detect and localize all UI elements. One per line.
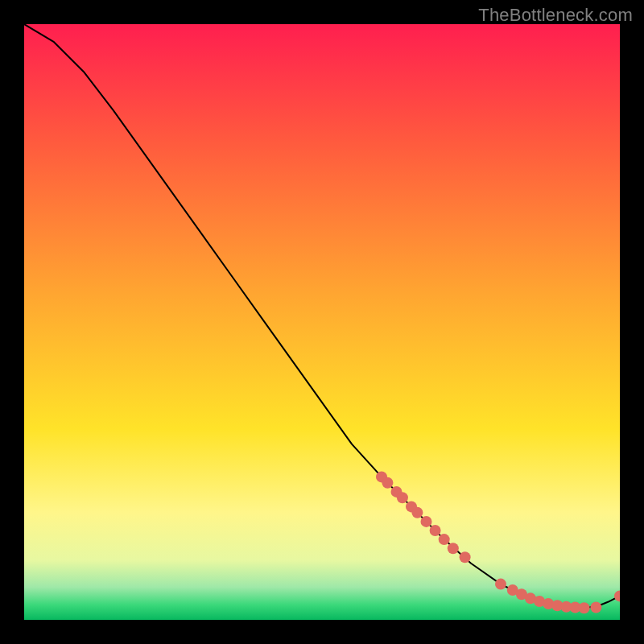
marker-point bbox=[495, 579, 506, 590]
marker-point bbox=[448, 543, 459, 554]
curve-markers bbox=[376, 471, 620, 613]
plot-area bbox=[24, 24, 620, 620]
chart-overlay bbox=[24, 24, 620, 620]
chart-stage: TheBottleneck.com bbox=[0, 0, 644, 644]
marker-point bbox=[590, 601, 601, 613]
watermark-text: TheBottleneck.com bbox=[478, 5, 633, 26]
marker-point bbox=[579, 602, 590, 613]
marker-point bbox=[382, 477, 393, 489]
marker-point bbox=[421, 516, 432, 527]
marker-point bbox=[439, 534, 450, 545]
marker-point bbox=[430, 525, 441, 536]
marker-point bbox=[614, 590, 620, 601]
marker-point bbox=[397, 492, 408, 503]
marker-point bbox=[460, 551, 471, 563]
marker-point bbox=[411, 507, 423, 518]
curve-line bbox=[24, 24, 620, 608]
